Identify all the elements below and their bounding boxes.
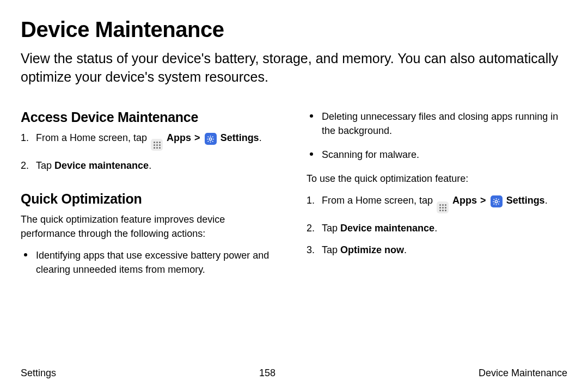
step-text: From a Home screen, tap xyxy=(36,132,150,143)
chevron-right-icon: > xyxy=(192,132,203,143)
access-heading: Access Device Maintenance xyxy=(21,109,281,125)
right-column: Deleting unnecessary files and closing a… xyxy=(307,109,567,287)
footer-page-number: 158 xyxy=(259,367,275,379)
step-text: From a Home screen, tap xyxy=(322,195,436,206)
step-end: . xyxy=(545,195,548,206)
page-title: Device Maintenance xyxy=(21,17,567,42)
use-step-2: Tap Device maintenance. xyxy=(322,221,567,235)
apps-label: Apps xyxy=(167,132,191,143)
access-step-2: Tap Device maintenance. xyxy=(36,158,281,173)
quick-bullet: Scanning for malware. xyxy=(322,148,567,162)
settings-label: Settings xyxy=(220,132,259,143)
step-text: Tap xyxy=(322,223,340,234)
settings-icon xyxy=(205,133,217,145)
chevron-right-icon: > xyxy=(477,195,489,206)
access-steps-list: From a Home screen, tap Apps > Settings.… xyxy=(21,131,281,173)
step-bold: Optimize now xyxy=(340,244,404,255)
svg-point-0 xyxy=(209,138,211,140)
svg-point-1 xyxy=(495,200,497,203)
quick-bullets-right: Deleting unnecessary files and closing a… xyxy=(307,109,567,162)
use-intro: To use the quick optimization feature: xyxy=(307,171,567,186)
apps-icon xyxy=(437,201,449,213)
quick-bullet: Deleting unnecessary files and closing a… xyxy=(322,109,567,138)
settings-label: Settings xyxy=(506,195,545,206)
quick-bullet: Identifying apps that use excessive batt… xyxy=(36,248,281,277)
page-footer: Settings 158 Device Maintenance xyxy=(0,367,588,379)
use-steps-list: From a Home screen, tap Apps > Settings.… xyxy=(307,193,567,258)
settings-icon xyxy=(491,195,503,207)
step-bold: Device maintenance xyxy=(54,160,149,171)
left-column: Access Device Maintenance From a Home sc… xyxy=(21,109,281,287)
use-step-3: Tap Optimize now. xyxy=(322,243,567,257)
apps-icon xyxy=(151,139,163,151)
step-text: Tap xyxy=(36,160,54,171)
footer-left: Settings xyxy=(21,367,56,379)
footer-right: Device Maintenance xyxy=(479,367,567,379)
step-end: . xyxy=(404,244,407,255)
access-step-1: From a Home screen, tap Apps > Settings. xyxy=(36,131,281,151)
content-columns: Access Device Maintenance From a Home sc… xyxy=(21,109,567,287)
page-subtitle: View the status of your device's battery… xyxy=(21,50,567,87)
quick-heading: Quick Optimization xyxy=(21,191,281,207)
use-step-1: From a Home screen, tap Apps > Settings. xyxy=(322,193,567,214)
step-end: . xyxy=(434,223,437,234)
step-bold: Device maintenance xyxy=(340,223,434,234)
step-text: Tap xyxy=(322,244,340,255)
apps-label: Apps xyxy=(452,195,477,206)
quick-intro: The quick optimization feature improves … xyxy=(21,212,281,241)
quick-bullets-left: Identifying apps that use excessive batt… xyxy=(21,248,281,277)
step-end: . xyxy=(149,160,151,171)
step-end: . xyxy=(259,132,262,143)
